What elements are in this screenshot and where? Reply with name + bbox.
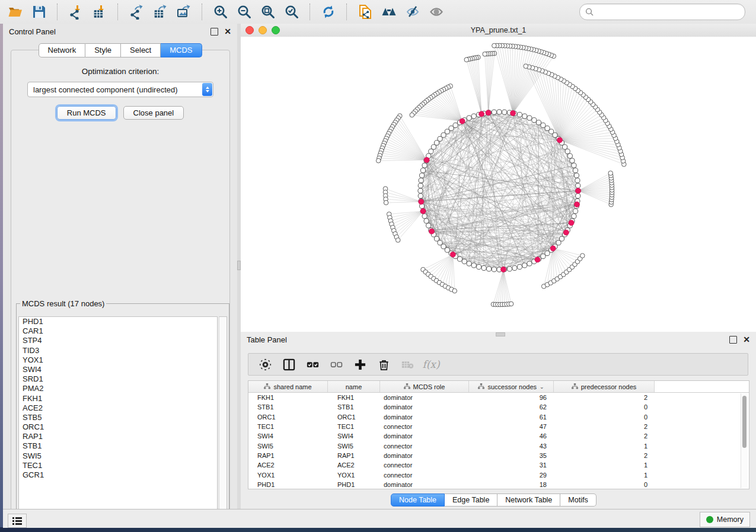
cell-name[interactable]: FKH1 [328,394,380,401]
cell-mcds_role[interactable]: dominator [380,481,469,488]
duplicate-network-icon[interactable] [353,2,377,21]
float-table-panel-icon[interactable] [729,336,737,344]
cell-predecessor_nodes[interactable]: 2 [554,432,655,440]
table-row[interactable]: RAP1RAP1dominator352 [248,451,749,460]
cell-name[interactable]: SWI4 [328,432,380,440]
cell-predecessor_nodes[interactable]: 0 [554,481,655,488]
cell-name[interactable]: SWI5 [328,443,380,450]
table-scrollbar-thumb[interactable] [742,396,747,448]
close-panel-button[interactable]: Close panel [123,106,184,120]
table-row[interactable]: TEC1TEC1connector472 [248,422,749,431]
mcds-result-item[interactable]: SWI5 [19,451,217,461]
cell-successor_nodes[interactable]: 43 [469,443,554,450]
binoculars-icon[interactable] [377,2,401,21]
add-column-icon[interactable] [349,355,371,374]
table-row[interactable]: PHD1PHD1dominator180 [248,480,749,489]
memory-button[interactable]: Memory [700,512,750,527]
table-panel-splitter-handle[interactable] [496,332,505,336]
mcds-result-item[interactable]: FKH1 [19,394,217,403]
close-panel-icon[interactable]: ✕ [224,28,231,35]
tab-edge-table[interactable]: Edge Table [445,493,497,507]
column-header-shared-name[interactable]: shared name [248,381,328,392]
tab-network-table[interactable]: Network Table [497,493,560,507]
network-canvas[interactable] [241,37,756,332]
cell-shared_name[interactable]: FKH1 [248,394,328,401]
deselect-all-checkbox-icon[interactable] [326,355,347,374]
cell-successor_nodes[interactable]: 96 [469,394,554,401]
cell-mcds_role[interactable]: dominator [380,432,469,440]
open-file-icon[interactable] [4,2,27,21]
cell-mcds_role[interactable]: dominator [380,394,469,401]
mcds-result-item[interactable]: STB5 [19,413,217,422]
split-view-icon[interactable] [278,355,299,374]
table-row[interactable]: ACE2ACE2connector311 [248,460,749,470]
import-table-icon[interactable] [88,2,111,21]
mcds-result-item[interactable]: PHD1 [19,317,217,326]
table-row[interactable]: ORC1ORC1dominator610 [248,412,749,422]
column-header-predecessor-nodes[interactable]: predecessor nodes [554,381,655,392]
search-box[interactable] [579,4,745,20]
cell-successor_nodes[interactable]: 47 [469,423,554,430]
mcds-result-item[interactable]: STB1 [19,441,217,451]
cell-shared_name[interactable]: RAP1 [248,452,328,459]
cell-successor_nodes[interactable]: 31 [469,462,554,469]
cell-shared_name[interactable]: PHD1 [248,481,328,488]
criterion-select[interactable]: largest connected component (undirected) [27,82,213,97]
cell-name[interactable]: ORC1 [328,414,380,421]
mcds-result-item[interactable]: YOX1 [19,355,217,365]
result-list-scrollbar[interactable] [219,316,227,523]
mcds-result-item[interactable]: ORC1 [19,422,217,432]
cell-shared_name[interactable]: ACE2 [248,462,328,469]
cell-shared_name[interactable]: STB1 [248,403,328,411]
cell-predecessor_nodes[interactable]: 1 [554,472,655,479]
column-header-successor-nodes[interactable]: successor nodes⌄ [469,381,554,392]
show-all-eye-icon[interactable] [425,2,448,21]
mcds-result-item[interactable]: PMA2 [19,384,217,393]
run-mcds-button[interactable]: Run MCDS [57,106,116,120]
cell-name[interactable]: ACE2 [328,462,380,469]
zoom-in-icon[interactable] [209,2,232,21]
import-network-icon[interactable] [64,2,88,21]
cell-successor_nodes[interactable]: 29 [469,472,554,479]
mcds-result-item[interactable]: STP4 [19,336,217,345]
cell-name[interactable]: YOX1 [328,472,380,479]
cell-mcds_role[interactable]: connector [380,423,469,430]
mcds-result-item[interactable]: GCR1 [19,470,217,480]
hide-selection-icon[interactable] [401,2,425,21]
tab-style[interactable]: Style [85,43,121,57]
cell-shared_name[interactable]: YOX1 [248,472,328,479]
cell-predecessor_nodes[interactable]: 0 [554,414,655,421]
cell-predecessor_nodes[interactable]: 1 [554,443,655,450]
cell-shared_name[interactable]: TEC1 [248,423,328,430]
mcds-result-item[interactable]: TID3 [19,346,217,355]
cell-successor_nodes[interactable]: 62 [469,403,554,411]
tab-motifs[interactable]: Motifs [560,493,596,507]
cell-name[interactable]: PHD1 [328,481,380,488]
column-header-MCDS-role[interactable]: MCDS role [380,381,469,392]
float-panel-icon[interactable] [210,28,218,36]
cell-successor_nodes[interactable]: 18 [469,481,554,488]
delete-table-icon[interactable] [397,355,418,374]
tab-select[interactable]: Select [121,43,161,57]
cell-predecessor_nodes[interactable]: 0 [554,403,655,411]
cell-shared_name[interactable]: SWI4 [248,432,328,440]
cell-mcds_role[interactable]: dominator [380,403,469,411]
export-network-icon[interactable] [125,2,148,21]
table-row[interactable]: STB1STB1dominator620 [248,402,749,412]
function-builder-icon[interactable]: f(x) [420,355,442,374]
cell-successor_nodes[interactable]: 61 [469,414,554,421]
export-image-icon[interactable] [172,2,196,21]
cell-shared_name[interactable]: SWI5 [248,443,328,450]
close-table-panel-icon[interactable]: ✕ [743,336,750,343]
cell-successor_nodes[interactable]: 46 [469,432,554,440]
network-window-titlebar[interactable]: YPA_prune.txt_1 [241,24,756,37]
mcds-result-list[interactable]: PHD1CAR1STP4TID3YOX1SWI4SRD1PMA2FKH1ACE2… [18,316,218,523]
cell-shared_name[interactable]: ORC1 [248,414,328,421]
cell-predecessor_nodes[interactable]: 2 [554,452,655,459]
select-all-checkbox-icon[interactable] [302,355,323,374]
mcds-result-item[interactable]: CAR1 [19,326,217,336]
mcds-result-item[interactable]: TEC1 [19,461,217,470]
mcds-result-item[interactable]: RAP1 [19,432,217,441]
cell-mcds_role[interactable]: connector [380,443,469,450]
cell-name[interactable]: RAP1 [328,452,380,459]
